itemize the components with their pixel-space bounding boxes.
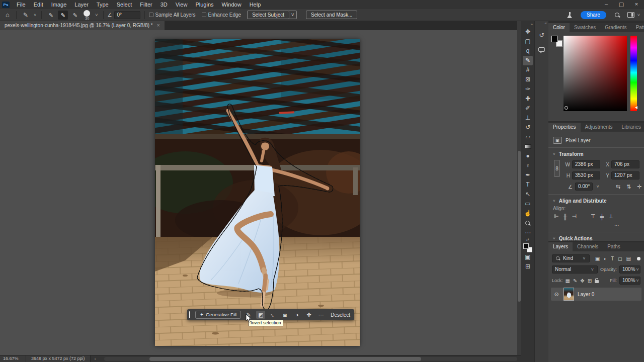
align-section-header[interactable]: ˅ Align and Distribute bbox=[553, 198, 639, 204]
filter-smart-objects-icon[interactable]: ▤ bbox=[626, 256, 631, 261]
share-button[interactable]: Share bbox=[581, 11, 606, 19]
layer-filtering-toggle[interactable] bbox=[637, 257, 640, 260]
color-panel-swatches[interactable] bbox=[551, 36, 564, 49]
comments-icon[interactable] bbox=[538, 47, 545, 52]
quick-actions-header[interactable]: ˅ Quick Actions bbox=[553, 236, 639, 241]
menu-type[interactable]: Type bbox=[93, 0, 113, 9]
select-and-mask-button[interactable]: Select and Mask... bbox=[306, 11, 357, 19]
width-field[interactable]: 2386 px bbox=[572, 160, 600, 168]
workspace-caret-icon[interactable]: ˅ bbox=[636, 13, 641, 18]
foreground-color-swatch[interactable] bbox=[523, 243, 529, 249]
history-brush-tool[interactable]: ↺ bbox=[523, 123, 533, 132]
flip-horizontal-icon[interactable]: ⇆ bbox=[616, 184, 620, 190]
search-icon[interactable] bbox=[614, 12, 620, 18]
brush-size-picker[interactable]: 30 bbox=[82, 10, 92, 21]
new-selection-mode-icon[interactable]: ✎ bbox=[46, 11, 56, 20]
create-adjustment-icon[interactable]: ◑ bbox=[292, 311, 301, 319]
tab-patterns[interactable]: Patterns bbox=[631, 23, 644, 32]
lasso-tool[interactable]: ɋ bbox=[523, 46, 533, 56]
collapse-toolbar-icon[interactable]: » bbox=[531, 22, 534, 27]
menu-window[interactable]: Window bbox=[218, 0, 246, 9]
dodge-tool[interactable]: ♀ bbox=[523, 161, 533, 170]
visibility-eye-icon[interactable]: ⊙ bbox=[553, 291, 560, 298]
menu-edit[interactable]: Edit bbox=[30, 0, 47, 9]
layer-row-layer0[interactable]: ⊙ Layer 0 bbox=[551, 288, 641, 301]
tab-paths[interactable]: Paths bbox=[603, 242, 625, 251]
screen-mode-icon[interactable]: ⊞ bbox=[523, 262, 533, 272]
filter-adjustment-layers-icon[interactable]: ◐ bbox=[604, 256, 607, 261]
zoom-level-field[interactable]: 16.67% bbox=[0, 355, 26, 362]
lock-transparency-icon[interactable]: ▦ bbox=[566, 278, 570, 284]
align-bottom-icon[interactable]: ⊥ bbox=[608, 213, 613, 220]
add-selection-mode-icon[interactable]: ✎ bbox=[58, 11, 68, 20]
sample-all-layers-checkbox[interactable]: Sample All Layers bbox=[149, 12, 196, 18]
eyedropper-tool[interactable]: ✑ bbox=[523, 84, 533, 94]
angle-caret-icon[interactable]: ˅ bbox=[595, 184, 600, 189]
brush-angle-field[interactable]: 0° bbox=[114, 11, 140, 19]
zoom-tool[interactable] bbox=[525, 220, 531, 226]
align-more-icon[interactable]: ⋯ bbox=[553, 223, 639, 228]
tool-preset-caret-icon[interactable]: ˅ bbox=[33, 13, 37, 18]
gradient-tool[interactable] bbox=[525, 144, 531, 149]
enhance-edge-checkbox[interactable]: Enhance Edge bbox=[202, 12, 242, 18]
history-icon[interactable]: ↺ bbox=[537, 30, 547, 40]
tab-color[interactable]: Color bbox=[548, 23, 570, 32]
vertical-scrollbar[interactable] bbox=[517, 21, 521, 355]
opacity-field[interactable]: 100% ˅ bbox=[619, 265, 640, 274]
hue-slider-marker[interactable] bbox=[635, 106, 637, 109]
deselect-button[interactable]: Deselect bbox=[329, 312, 350, 318]
tab-channels[interactable]: Channels bbox=[573, 242, 603, 251]
blur-tool[interactable]: ● bbox=[523, 151, 533, 161]
menu-select[interactable]: Select bbox=[113, 0, 136, 9]
menu-image[interactable]: Image bbox=[47, 0, 71, 9]
swap-colors-icon[interactable]: ⇄ bbox=[526, 238, 529, 242]
color-picker-marker[interactable] bbox=[565, 106, 568, 110]
marquee-tool[interactable]: ▢ bbox=[523, 37, 533, 46]
select-subject-caret-icon[interactable]: ˅ bbox=[289, 11, 297, 19]
tab-libraries[interactable]: Libraries bbox=[617, 123, 644, 132]
path-select-tool[interactable]: ↖ bbox=[523, 190, 533, 199]
hue-slider[interactable] bbox=[630, 36, 637, 111]
align-left-icon[interactable]: ⊩ bbox=[554, 213, 559, 220]
menu-file[interactable]: File bbox=[13, 0, 30, 9]
rotation-angle-field[interactable]: 0.00° bbox=[575, 183, 593, 191]
pen-tool[interactable]: ✒ bbox=[523, 170, 533, 180]
flip-vertical-icon[interactable]: ⇅ bbox=[626, 184, 631, 190]
lock-all-icon[interactable] bbox=[595, 280, 599, 283]
layer-thumbnail[interactable] bbox=[564, 288, 574, 301]
quick-mask-icon[interactable]: ▣ bbox=[523, 252, 533, 262]
selection-brush-tool[interactable]: ✎ bbox=[523, 56, 533, 65]
y-field[interactable]: 1207 px bbox=[611, 171, 639, 179]
filter-pixel-layers-icon[interactable]: ▣ bbox=[595, 256, 600, 261]
home-icon[interactable]: ⌂ bbox=[3, 11, 12, 19]
taskbar-grip-handle[interactable] bbox=[189, 311, 190, 318]
move-tool[interactable]: ✥ bbox=[523, 27, 533, 37]
menu-3d[interactable]: 3D bbox=[156, 0, 172, 9]
tab-adjustments[interactable]: Adjustments bbox=[581, 123, 617, 132]
filter-type-layers-icon[interactable]: T bbox=[611, 256, 614, 261]
status-chevron-icon[interactable]: › bbox=[91, 356, 100, 361]
expand-dock-icon[interactable]: « bbox=[545, 21, 548, 26]
canvas-area[interactable]: ✦ Generative Fill ✎ ◩ ↔ ◙ ◑ ✤ ⋯ Deselect… bbox=[0, 30, 517, 355]
edit-toolbar-icon[interactable]: ⋯ bbox=[523, 228, 533, 238]
menu-view[interactable]: View bbox=[172, 0, 192, 9]
transform-section-header[interactable]: ˅ Transform bbox=[553, 151, 639, 157]
menu-layer[interactable]: Layer bbox=[70, 0, 93, 9]
maximize-button[interactable]: ▢ bbox=[614, 0, 629, 9]
layer-name[interactable]: Layer 0 bbox=[578, 292, 594, 297]
align-top-icon[interactable]: ⊤ bbox=[591, 213, 596, 220]
beta-features-icon[interactable] bbox=[567, 12, 573, 18]
generative-fill-button[interactable]: ✦ Generative Fill bbox=[195, 311, 241, 319]
menu-filter[interactable]: Filter bbox=[136, 0, 156, 9]
tab-gradients[interactable]: Gradients bbox=[600, 23, 631, 32]
height-field[interactable]: 3530 px bbox=[572, 171, 600, 179]
align-horizontal-center-icon[interactable]: ╫ bbox=[564, 214, 568, 220]
select-subject-button[interactable]: Select Subject bbox=[247, 11, 289, 19]
tab-close-icon[interactable]: × bbox=[157, 21, 160, 30]
brush-tool[interactable]: ✐ bbox=[523, 104, 533, 113]
tab-layers[interactable]: Layers bbox=[548, 242, 573, 251]
menu-help[interactable]: Help bbox=[246, 0, 265, 9]
menu-plugins[interactable]: Plugins bbox=[191, 0, 217, 9]
foreground-color-swatch[interactable] bbox=[551, 36, 558, 42]
subtract-selection-mode-icon[interactable]: ✎ bbox=[70, 11, 80, 20]
